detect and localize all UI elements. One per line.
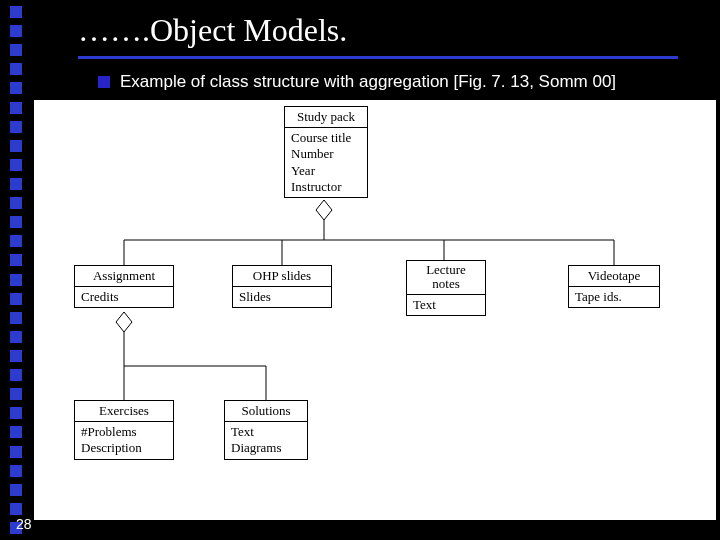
class-solutions: Solutions TextDiagrams bbox=[224, 400, 308, 460]
class-attributes: Tape ids. bbox=[569, 287, 659, 307]
class-ohp-slides: OHP slides Slides bbox=[232, 265, 332, 308]
svg-marker-0 bbox=[316, 200, 332, 220]
class-attributes: Credits bbox=[75, 287, 173, 307]
class-attributes: #ProblemsDescription bbox=[75, 422, 173, 459]
class-assignment: Assignment Credits bbox=[74, 265, 174, 308]
class-diagram: Study pack Course titleNumberYearInstruc… bbox=[34, 100, 716, 520]
class-lecture-notes: Lecturenotes Text bbox=[406, 260, 486, 316]
bullet-icon bbox=[98, 76, 110, 88]
class-attributes: Course titleNumberYearInstructor bbox=[285, 128, 367, 197]
decorative-rail bbox=[0, 0, 34, 540]
class-name: Lecturenotes bbox=[407, 261, 485, 295]
class-attributes: Slides bbox=[233, 287, 331, 307]
class-name: Study pack bbox=[285, 107, 367, 128]
class-name: Exercises bbox=[75, 401, 173, 422]
slide-subtitle: Example of class structure with aggregat… bbox=[120, 72, 616, 92]
class-study-pack: Study pack Course titleNumberYearInstruc… bbox=[284, 106, 368, 198]
class-name: OHP slides bbox=[233, 266, 331, 287]
class-name: Solutions bbox=[225, 401, 307, 422]
class-attributes: TextDiagrams bbox=[225, 422, 307, 459]
page-number: 28 bbox=[16, 516, 32, 532]
class-name: Videotape bbox=[569, 266, 659, 287]
svg-marker-7 bbox=[116, 312, 132, 332]
class-name: Assignment bbox=[75, 266, 173, 287]
class-videotape: Videotape Tape ids. bbox=[568, 265, 660, 308]
title-underline bbox=[78, 56, 678, 59]
class-exercises: Exercises #ProblemsDescription bbox=[74, 400, 174, 460]
class-attributes: Text bbox=[407, 295, 485, 315]
slide-title: …….Object Models. bbox=[78, 12, 347, 49]
